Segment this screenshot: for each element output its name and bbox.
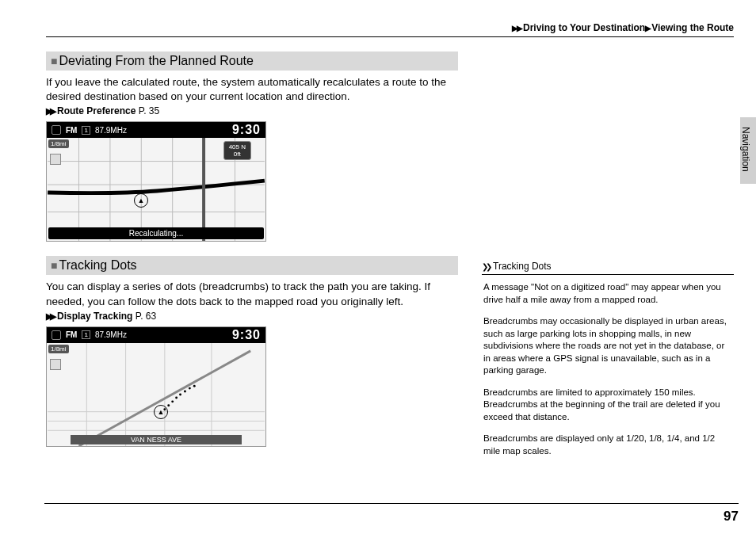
vehicle-icon bbox=[154, 405, 168, 419]
body-text: If you leave the calculated route, the s… bbox=[46, 75, 458, 104]
sign-distance: 0ft bbox=[229, 151, 246, 158]
link-icon: ▶▶ bbox=[46, 106, 54, 116]
sidebar-heading-text: Tracking Dots bbox=[493, 261, 552, 272]
breadcrumb: ▶▶Driving to Your Destination▶Viewing th… bbox=[46, 22, 734, 37]
map-scale: 1/8mi bbox=[48, 139, 69, 148]
compass-icon bbox=[50, 359, 61, 370]
fm-freq: 87.9MHz bbox=[95, 330, 127, 339]
sidebar-paragraph: Breadcrumbs are limited to approximately… bbox=[482, 387, 734, 424]
link-icon: ▶▶ bbox=[46, 311, 54, 321]
sidebar-paragraph: Breadcrumbs may occasionally be displaye… bbox=[482, 315, 734, 377]
svg-point-24 bbox=[193, 385, 196, 387]
street-name-bar: VAN NESS AVE bbox=[71, 435, 242, 444]
body-text: You can display a series of dots (breadc… bbox=[46, 280, 458, 308]
square-bullet-icon: ■ bbox=[51, 55, 57, 67]
recalculating-banner: Recalculating... bbox=[48, 227, 264, 239]
breadcrumb-level2: Viewing the Route bbox=[651, 22, 734, 33]
svg-point-21 bbox=[179, 393, 181, 395]
page-number: 97 bbox=[724, 509, 739, 524]
map-screenshot-tracking: FM 1 87.9MHz 9:30 bbox=[46, 326, 266, 447]
xref-page: P. 35 bbox=[139, 105, 159, 116]
sign-route: 405 N bbox=[229, 143, 246, 151]
svg-point-19 bbox=[171, 400, 174, 402]
sidebar-paragraph: A message "Not on a digitized road" may … bbox=[482, 281, 734, 306]
fm-label: FM bbox=[66, 330, 77, 339]
chevron-icon: ❯❯ bbox=[482, 262, 490, 271]
section-heading-deviating: ■Deviating From the Planned Route bbox=[46, 51, 458, 71]
heading-text: Tracking Dots bbox=[59, 258, 136, 272]
map-roads bbox=[47, 343, 265, 446]
fm-label: FM bbox=[66, 126, 77, 135]
fm-freq: 87.9MHz bbox=[95, 126, 127, 135]
clock: 9:30 bbox=[232, 123, 261, 137]
svg-point-23 bbox=[189, 387, 191, 390]
home-icon bbox=[52, 125, 61, 135]
footer-rule bbox=[44, 503, 739, 504]
square-bullet-icon: ■ bbox=[51, 259, 57, 272]
preset-icon: 1 bbox=[82, 330, 90, 339]
cross-reference: ▶▶Display Tracking P. 63 bbox=[46, 311, 458, 322]
heading-text: Deviating From the Planned Route bbox=[59, 54, 253, 67]
breadcrumb-arrow-icon: ▶ bbox=[645, 24, 650, 32]
xref-page: P. 63 bbox=[136, 311, 156, 322]
highway-sign: 405 N 0ft bbox=[223, 141, 251, 160]
xref-label: Route Preference bbox=[57, 105, 136, 116]
xref-label: Display Tracking bbox=[57, 311, 132, 322]
sidebar-column: ❯❯Tracking Dots A message "Not on a digi… bbox=[482, 51, 734, 467]
main-column: ■Deviating From the Planned Route If you… bbox=[46, 51, 458, 467]
side-tab-label: Navigation bbox=[740, 127, 751, 172]
svg-point-18 bbox=[167, 404, 170, 406]
sidebar-paragraph: Breadcrumbs are displayed only at 1/20, … bbox=[482, 433, 734, 457]
map-screenshot-recalculating: FM 1 87.9MHz 9:30 bbox=[46, 121, 266, 242]
home-icon bbox=[52, 330, 61, 340]
sidebar-heading: ❯❯Tracking Dots bbox=[482, 261, 734, 275]
preset-icon: 1 bbox=[82, 126, 90, 135]
breadcrumb-arrow-icon: ▶▶ bbox=[512, 24, 521, 32]
section-heading-tracking: ■Tracking Dots bbox=[46, 256, 458, 275]
breadcrumb-level1: Driving to Your Destination bbox=[523, 22, 645, 33]
cross-reference: ▶▶Route Preference P. 35 bbox=[46, 105, 458, 116]
map-scale: 1/8mi bbox=[48, 345, 69, 353]
compass-icon bbox=[50, 154, 61, 165]
clock: 9:30 bbox=[232, 328, 261, 342]
svg-point-22 bbox=[184, 390, 186, 392]
svg-point-20 bbox=[175, 396, 178, 399]
